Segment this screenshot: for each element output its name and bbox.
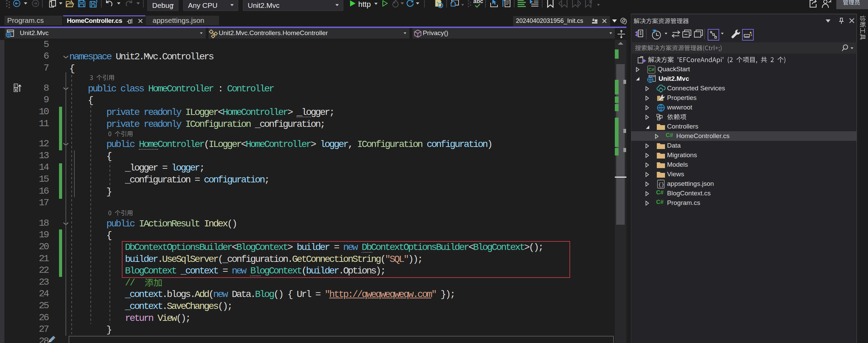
svg-text:I: I xyxy=(15,84,16,88)
